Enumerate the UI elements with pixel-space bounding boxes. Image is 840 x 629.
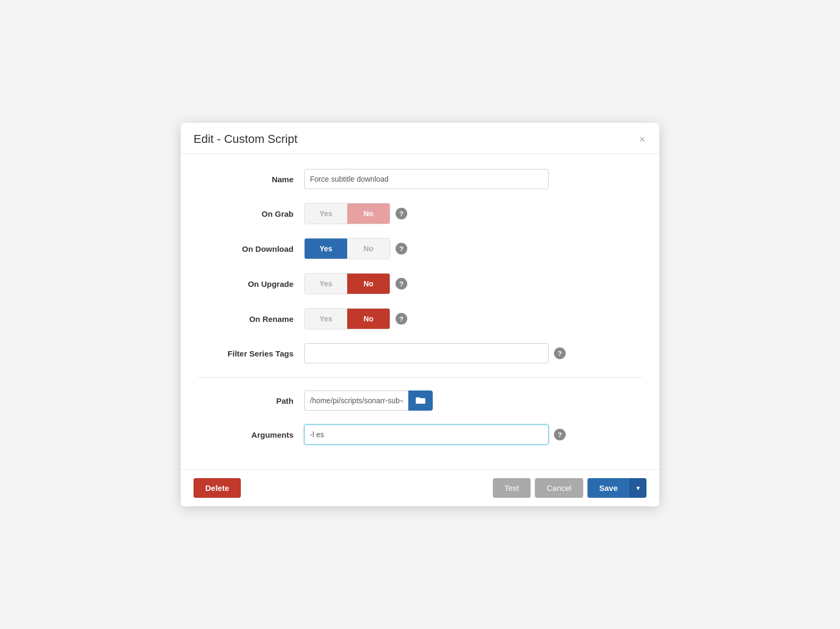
on-rename-no-button[interactable]: No <box>347 309 390 329</box>
filter-tags-input[interactable] <box>304 343 549 363</box>
edit-custom-script-dialog: Edit - Custom Script × Name On Grab Yes … <box>181 123 659 506</box>
path-label: Path <box>198 396 304 405</box>
on-rename-yes-button[interactable]: Yes <box>305 309 347 329</box>
folder-icon <box>416 396 425 405</box>
on-download-group: On Download Yes No ? <box>198 238 642 259</box>
on-grab-toggle: Yes No <box>304 203 390 224</box>
arguments-label: Arguments <box>198 430 304 439</box>
dialog-title: Edit - Custom Script <box>194 132 298 146</box>
path-group: Path <box>198 390 642 411</box>
on-grab-label: On Grab <box>198 209 304 218</box>
close-button[interactable]: × <box>638 134 646 144</box>
arguments-group: Arguments ? <box>198 424 642 445</box>
on-rename-label: On Rename <box>198 314 304 324</box>
dialog-footer: Delete Test Cancel Save ▾ <box>181 469 659 506</box>
name-group: Name <box>198 169 642 189</box>
on-upgrade-yes-button[interactable]: Yes <box>305 274 347 294</box>
cancel-button[interactable]: Cancel <box>535 478 583 498</box>
on-download-label: On Download <box>198 244 304 253</box>
path-input[interactable] <box>304 390 408 411</box>
on-grab-yes-button[interactable]: Yes <box>305 203 347 224</box>
filter-tags-label: Filter Series Tags <box>198 349 304 358</box>
dialog-header: Edit - Custom Script × <box>181 123 659 154</box>
on-rename-toggle: Yes No <box>304 308 390 329</box>
on-rename-help-icon: ? <box>396 313 407 325</box>
on-upgrade-help-icon: ? <box>396 278 407 290</box>
on-upgrade-label: On Upgrade <box>198 279 304 288</box>
name-input[interactable] <box>304 169 549 189</box>
on-grab-help-icon: ? <box>396 208 407 219</box>
footer-right-actions: Test Cancel Save ▾ <box>493 478 646 498</box>
on-grab-group: On Grab Yes No ? <box>198 203 642 224</box>
on-download-no-button[interactable]: No <box>347 239 390 259</box>
on-grab-no-button[interactable]: No <box>347 203 390 224</box>
caret-down-icon: ▾ <box>636 484 640 492</box>
on-upgrade-toggle: Yes No <box>304 273 390 294</box>
arguments-input[interactable] <box>304 424 549 445</box>
on-upgrade-group: On Upgrade Yes No ? <box>198 273 642 294</box>
browse-button[interactable] <box>408 390 433 411</box>
dialog-body: Name On Grab Yes No ? On Download Yes No… <box>181 154 659 469</box>
save-button-group: Save ▾ <box>587 478 646 498</box>
path-input-group <box>304 390 433 411</box>
on-download-yes-button[interactable]: Yes <box>305 239 347 259</box>
delete-button[interactable]: Delete <box>194 478 241 498</box>
test-button[interactable]: Test <box>493 478 531 498</box>
filter-tags-group: Filter Series Tags ? <box>198 343 642 363</box>
filter-tags-help-icon: ? <box>554 347 566 359</box>
on-download-help-icon: ? <box>396 243 407 254</box>
save-dropdown-button[interactable]: ▾ <box>629 478 646 498</box>
name-label: Name <box>198 175 304 184</box>
on-download-toggle: Yes No <box>304 238 390 259</box>
on-upgrade-no-button[interactable]: No <box>347 274 390 294</box>
on-rename-group: On Rename Yes No ? <box>198 308 642 329</box>
arguments-help-icon: ? <box>554 429 566 440</box>
section-divider <box>198 377 642 378</box>
save-button[interactable]: Save <box>587 478 629 498</box>
